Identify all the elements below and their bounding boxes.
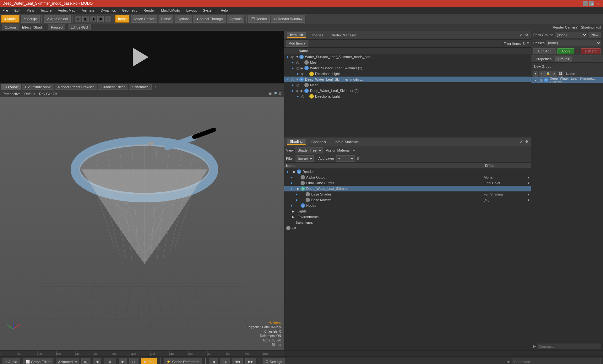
next-frame-btn[interactable]: ▶ [119, 358, 127, 364]
grp-eye-0[interactable]: ◎ [538, 77, 544, 83]
item-row-4[interactable]: ● ◎ ▼ ⊞ Deep_Water_Leaf_Skimmer_modo ... [284, 77, 531, 82]
item-list-tab[interactable]: Item List [287, 32, 306, 38]
groups-vis-btn[interactable]: ● [533, 71, 538, 77]
tool-icon-5[interactable]: ⬡ [105, 16, 111, 22]
animated-select[interactable]: Animated [56, 358, 79, 364]
shader-row-environments[interactable]: ▶ Environments [284, 214, 531, 220]
cache-deformers-btn[interactable]: ⚡ Cache Deformers [164, 358, 202, 364]
falloff-btn[interactable]: Falloff [159, 15, 174, 23]
vis-icon2-6[interactable]: ◎ [296, 88, 300, 93]
menu-vertex-map[interactable]: Vertex Map [57, 8, 77, 13]
item-row-1[interactable]: ● ◎ Mesh [284, 60, 531, 65]
audio-btn[interactable]: ♪ Audio [3, 358, 20, 364]
items-btn[interactable]: Items [115, 15, 129, 23]
tab-render-preset[interactable]: Render Preset Browser [55, 84, 97, 90]
shader-row-lights[interactable]: ▶ Lights [284, 208, 531, 214]
tab-uv-texture[interactable]: UV Texture View [22, 84, 54, 90]
transport-btn-1[interactable]: ⏮ [209, 358, 218, 364]
tool-icon-1[interactable]: ◈ [75, 16, 81, 22]
item-row-6[interactable]: ● ◎ ▶ ⊞ Deep_Water_Leaf_Skimmer (2) [284, 88, 531, 94]
tab-schematic[interactable]: Schematic [129, 84, 152, 90]
shading-settings-icon[interactable]: ⚙ [525, 140, 528, 144]
panel-settings-icon[interactable]: ⚙ [525, 33, 528, 37]
shd-vis-0[interactable]: ● [285, 169, 290, 174]
menu-texture[interactable]: Texture [39, 8, 53, 13]
item-row-7[interactable]: ● ◎ ☀ Directional Light [284, 94, 531, 99]
minimize-btn[interactable]: — [583, 1, 588, 6]
viewport-icon-3[interactable]: ⚙ [279, 92, 282, 96]
preview-play-btn[interactable] [133, 48, 152, 67]
transport-btn-4[interactable]: ▶▶ [245, 358, 256, 364]
settings-btn[interactable]: ⚙ Settings [263, 358, 285, 364]
menu-view[interactable]: View [25, 8, 35, 13]
render-btn[interactable]: 🎞 Render [248, 15, 270, 23]
tool-icon-2[interactable]: ◧ [82, 16, 89, 22]
scene-canvas[interactable]: X Y Z No Items Polygons : Catmull-Clark … [0, 97, 284, 350]
options-btn[interactable]: Options [2, 24, 19, 30]
shader-row-deep-water[interactable]: ● ▶ ◉ Deep_Water_Leaf_Skimmer ... [284, 186, 531, 191]
shd-vis-6[interactable]: ● [289, 203, 294, 208]
toggle-0[interactable]: ▼ [296, 55, 299, 59]
vertex-map-tab[interactable]: Vertex Map List [329, 33, 359, 38]
toggle-2[interactable]: ▶ [301, 66, 304, 70]
vis-icon2-5[interactable]: ◎ [296, 83, 300, 87]
sculpt-mode-btn[interactable]: ✦ Sculpt [21, 15, 40, 23]
add-item-btn[interactable]: Add Item ▾ [286, 40, 308, 47]
vis-icon2-0[interactable]: ◎ [291, 55, 295, 59]
shading-expand-icon[interactable]: ⤢ [520, 140, 523, 144]
prev-keyframe-btn[interactable]: ⏮ [81, 358, 90, 364]
discard-btn[interactable]: Discard [581, 48, 600, 54]
view-select[interactable]: Shader Tree [296, 147, 323, 153]
item-row-2[interactable]: ● ◎ ▶ ⊞ Water_Surface_Leaf_Skimmer (2) [284, 65, 531, 71]
select-through-options-btn[interactable]: Options [227, 15, 244, 23]
menu-system[interactable]: System [202, 8, 216, 13]
shd-vis-2[interactable]: ● [289, 181, 294, 185]
menu-animate[interactable]: Animate [80, 8, 95, 13]
add-view-tab-btn[interactable]: + [152, 84, 158, 89]
tool-icon-3[interactable]: ◨ [90, 16, 96, 22]
shd-vis-4[interactable]: ● [294, 192, 299, 196]
groups-lock-btn[interactable]: 🔒 [545, 71, 551, 77]
shader-row-nodes[interactable]: ● ⊡ Nodes [284, 203, 531, 208]
graph-editor-btn[interactable]: 📈 Graph Editor [23, 358, 53, 364]
pass-groups-select[interactable]: (none) [555, 32, 587, 38]
shader-row-base-shader[interactable]: ● Base Shader Full Shading ▾ [284, 191, 531, 197]
lut-btn[interactable]: LUT: sRGB [68, 24, 91, 30]
menu-file[interactable]: File [1, 8, 9, 13]
model-mode-btn[interactable]: ● Model [1, 15, 19, 23]
groups-expand-btn[interactable]: ⤢ [551, 71, 557, 77]
menu-dynamics[interactable]: Dynamics [99, 8, 117, 13]
transport-btn-2[interactable]: ⏭ [220, 358, 230, 364]
vis-icon-1[interactable]: ● [291, 60, 295, 65]
shader-row-alpha[interactable]: ● Alpha Output Alpha ▾ [284, 174, 531, 180]
channels-tab[interactable]: Channels [308, 139, 329, 144]
vis-icon2-1[interactable]: ◎ [296, 60, 300, 65]
grp-vis-0[interactable]: ● [533, 77, 538, 83]
falloff-options-btn[interactable]: Options [175, 15, 192, 23]
close-btn[interactable]: ✕ [595, 1, 600, 6]
viewport-icon-2[interactable]: 🔎 [273, 92, 277, 96]
viewport-icon-1[interactable]: ⊞ [269, 92, 272, 96]
toggle-6[interactable]: ▶ [301, 89, 304, 93]
shader-row-fx[interactable]: ⊡ FX [284, 225, 531, 231]
frame-input[interactable] [104, 358, 116, 364]
shader-row-final-color[interactable]: ● Final Color Output Final Color ▾ [284, 180, 531, 186]
vis-icon-6[interactable]: ● [291, 88, 295, 93]
vis-icon-4[interactable]: ● [285, 77, 290, 82]
groups-tab[interactable]: Groups [555, 56, 572, 62]
menu-layout[interactable]: Layout [185, 8, 198, 13]
command-input-right[interactable] [537, 344, 601, 349]
shader-row-bake[interactable]: Bake Items [284, 220, 531, 225]
paused-btn[interactable]: Paused [48, 24, 65, 30]
vis-icon2-2[interactable]: ◎ [296, 66, 300, 70]
info-stats-tab[interactable]: Info & Statistics [332, 139, 362, 144]
group-row-0[interactable]: ● ◎ ⊞ Deep_Water_Leaf_Skimme... 11 Items [531, 77, 603, 83]
shd-effect-arrow-2[interactable]: ▾ [528, 181, 530, 185]
vis-icon-3[interactable]: ● [296, 72, 300, 76]
vis-icon2-4[interactable]: ◎ [291, 77, 295, 82]
render-window-btn[interactable]: ⊞ Render Window [271, 15, 305, 23]
shader-row-base-material[interactable]: ● Base Material (all) ▾ [284, 197, 531, 203]
vis-icon-5[interactable]: ● [291, 83, 295, 87]
prev-frame-btn[interactable]: ◀ [93, 358, 101, 364]
groups-render-btn[interactable]: 🎞 [558, 71, 563, 77]
